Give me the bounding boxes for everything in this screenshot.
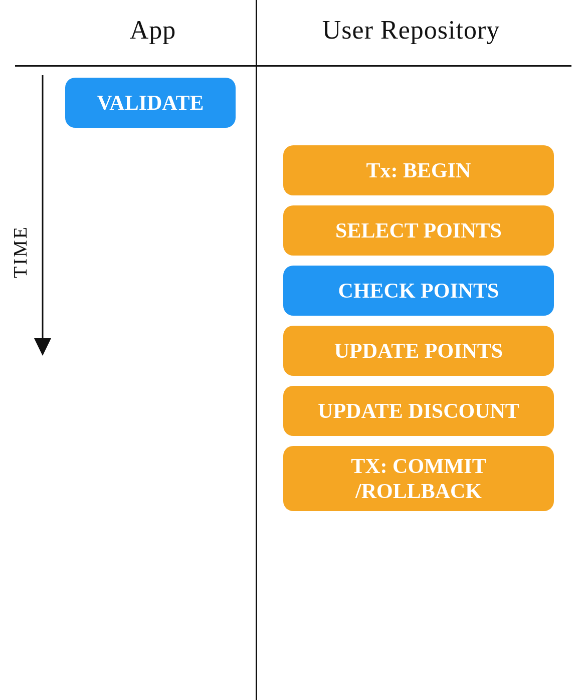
check-points-box: CHECK POINTS (283, 266, 554, 316)
update-discount-box: UPDATE DISCOUNT (283, 386, 554, 436)
horizontal-divider (15, 65, 571, 67)
validate-box: VALIDATE (65, 78, 236, 128)
tx-commit-rollback-box: TX: COMMIT/ROLLBACK (283, 446, 554, 511)
tx-begin-box: Tx: BEGIN (283, 145, 554, 195)
tx-commit-text: TX: COMMIT/ROLLBACK (351, 453, 486, 504)
header-app: App (40, 15, 266, 45)
diagram-container: App User Repository TIME VALIDATE Tx: BE… (0, 0, 588, 700)
time-arrow (30, 75, 55, 356)
vertical-divider (256, 0, 257, 700)
select-points-box: SELECT POINTS (283, 205, 554, 256)
time-label: TIME (9, 225, 31, 278)
update-points-box: UPDATE POINTS (283, 326, 554, 376)
header-user-repository: User Repository (266, 15, 556, 45)
svg-marker-1 (34, 338, 51, 356)
